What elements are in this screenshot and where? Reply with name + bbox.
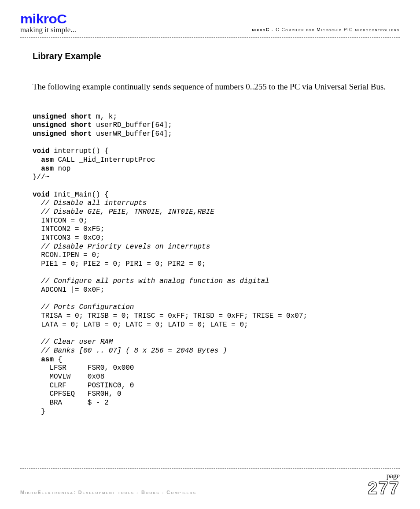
footer-left: MikroElektronika: Development tools - Bo… xyxy=(20,490,196,497)
footer-row: MikroElektronika: Development tools - Bo… xyxy=(20,472,400,497)
page-header: mikroC making it simple... mikroC - C Co… xyxy=(20,11,400,38)
intro-paragraph: The following example continually sends … xyxy=(33,82,387,93)
code-block: unsigned short m, k; unsigned short user… xyxy=(33,113,387,416)
header-divider xyxy=(20,37,400,37)
header-right-rest: - C Compiler for Microchip PIC microcont… xyxy=(270,27,400,32)
page-number: 277 xyxy=(368,479,400,497)
header-right: mikroC - C Compiler for Microchip PIC mi… xyxy=(252,27,400,32)
section-title: Library Example xyxy=(33,51,387,61)
footer-divider xyxy=(20,468,400,468)
brand-logo: mikroC xyxy=(20,11,419,26)
page-content: Library Example The following example co… xyxy=(20,38,400,416)
page-footer: MikroElektronika: Development tools - Bo… xyxy=(20,468,400,497)
header-right-bold: mikroC xyxy=(252,27,269,32)
footer-right: page 277 xyxy=(368,472,400,497)
